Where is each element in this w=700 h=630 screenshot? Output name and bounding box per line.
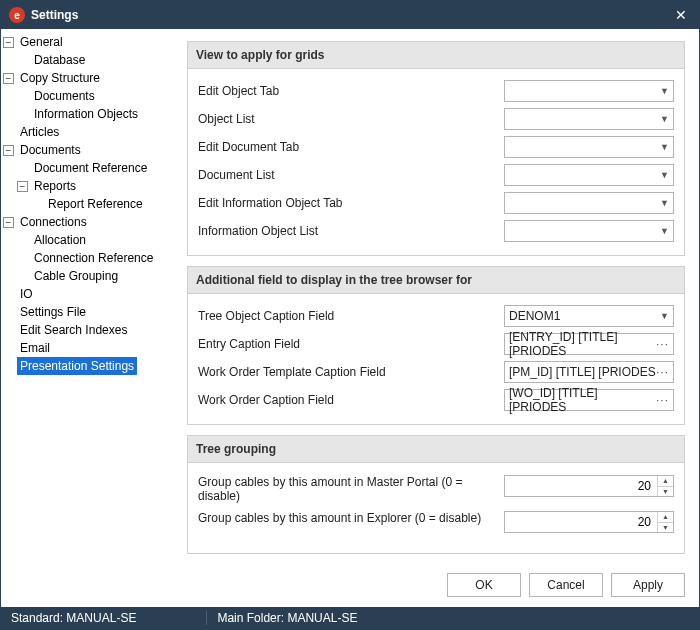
label-group-master-portal: Group cables by this amount in Master Po… bbox=[198, 475, 504, 503]
chevron-down-icon: ▼ bbox=[660, 114, 669, 124]
app-icon: e bbox=[9, 7, 25, 23]
tree-item-report-reference[interactable]: Report Reference bbox=[45, 195, 146, 213]
tree-item-cs-documents[interactable]: Documents bbox=[31, 87, 98, 105]
label-tree-object-caption: Tree Object Caption Field bbox=[198, 309, 504, 323]
label-info-list: Information Object List bbox=[198, 224, 504, 238]
group-tree-grouping: Tree grouping Group cables by this amoun… bbox=[187, 435, 685, 554]
expander-icon[interactable]: − bbox=[17, 181, 28, 192]
label-edit-info-tab: Edit Information Object Tab bbox=[198, 196, 504, 210]
step-up-icon[interactable]: ▲ bbox=[658, 476, 673, 487]
label-document-list: Document List bbox=[198, 168, 504, 182]
tree-item-database[interactable]: Database bbox=[31, 51, 88, 69]
ellipsis-icon[interactable]: ··· bbox=[656, 365, 669, 379]
spinner-group-explorer[interactable]: 20 ▲▼ bbox=[504, 511, 674, 533]
label-edit-object-tab: Edit Object Tab bbox=[198, 84, 504, 98]
combo-document-list[interactable]: ▼ bbox=[504, 164, 674, 186]
tree-item-connections[interactable]: Connections bbox=[17, 213, 90, 231]
chevron-down-icon: ▼ bbox=[660, 86, 669, 96]
tree-item-settings-file[interactable]: Settings File bbox=[17, 303, 89, 321]
settings-window: e Settings ✕ −General Database −Copy Str… bbox=[0, 0, 700, 630]
combo-edit-info-tab[interactable]: ▼ bbox=[504, 192, 674, 214]
ellipsis-icon[interactable]: ··· bbox=[656, 393, 669, 407]
label-entry-caption: Entry Caption Field bbox=[198, 337, 504, 351]
ellipsis-icon[interactable]: ··· bbox=[656, 337, 669, 351]
tree-item-presentation-settings[interactable]: Presentation Settings bbox=[17, 357, 137, 375]
group-additional-field: Additional field to display in the tree … bbox=[187, 266, 685, 425]
input-entry-caption[interactable]: [ENTRY_ID] [TITLE] [PRIODES··· bbox=[504, 333, 674, 355]
combo-edit-document-tab[interactable]: ▼ bbox=[504, 136, 674, 158]
apply-button[interactable]: Apply bbox=[611, 573, 685, 597]
expander-icon[interactable]: − bbox=[3, 217, 14, 228]
step-down-icon[interactable]: ▼ bbox=[658, 523, 673, 533]
tree-item-document-reference[interactable]: Document Reference bbox=[31, 159, 150, 177]
label-group-explorer: Group cables by this amount in Explorer … bbox=[198, 511, 504, 525]
status-standard: Standard: MANUAL-SE bbox=[1, 611, 146, 625]
group-header: Additional field to display in the tree … bbox=[188, 267, 684, 294]
tree-item-connection-reference[interactable]: Connection Reference bbox=[31, 249, 156, 267]
label-wo-template-caption: Work Order Template Caption Field bbox=[198, 365, 504, 379]
cancel-button[interactable]: Cancel bbox=[529, 573, 603, 597]
settings-panel: View to apply for grids Edit Object Tab … bbox=[173, 29, 699, 567]
tree-item-allocation[interactable]: Allocation bbox=[31, 231, 89, 249]
label-wo-caption: Work Order Caption Field bbox=[198, 393, 504, 407]
tree-item-copy-structure[interactable]: Copy Structure bbox=[17, 69, 103, 87]
chevron-down-icon: ▼ bbox=[660, 142, 669, 152]
tree-item-reports[interactable]: Reports bbox=[31, 177, 79, 195]
tree-item-io[interactable]: IO bbox=[17, 285, 36, 303]
dialog-button-bar: OK Cancel Apply bbox=[1, 567, 699, 607]
tree-item-cable-grouping[interactable]: Cable Grouping bbox=[31, 267, 121, 285]
close-icon[interactable]: ✕ bbox=[671, 7, 691, 23]
spinner-group-master-portal[interactable]: 20 ▲▼ bbox=[504, 475, 674, 497]
label-object-list: Object List bbox=[198, 112, 504, 126]
combo-info-list[interactable]: ▼ bbox=[504, 220, 674, 242]
step-up-icon[interactable]: ▲ bbox=[658, 512, 673, 523]
settings-tree: −General Database −Copy Structure Docume… bbox=[1, 29, 173, 567]
group-view-grids: View to apply for grids Edit Object Tab … bbox=[187, 41, 685, 256]
tree-item-general[interactable]: General bbox=[17, 33, 66, 51]
group-header: View to apply for grids bbox=[188, 42, 684, 69]
statusbar: Standard: MANUAL-SE Main Folder: MANUAL-… bbox=[1, 607, 699, 629]
dialog-body: −General Database −Copy Structure Docume… bbox=[1, 29, 699, 567]
tree-item-articles[interactable]: Articles bbox=[17, 123, 62, 141]
window-title: Settings bbox=[31, 8, 671, 22]
label-edit-document-tab: Edit Document Tab bbox=[198, 140, 504, 154]
chevron-down-icon: ▼ bbox=[660, 311, 669, 321]
ok-button[interactable]: OK bbox=[447, 573, 521, 597]
step-down-icon[interactable]: ▼ bbox=[658, 487, 673, 497]
combo-edit-object-tab[interactable]: ▼ bbox=[504, 80, 674, 102]
status-main-folder: Main Folder: MANUAL-SE bbox=[207, 611, 367, 625]
combo-tree-object-caption[interactable]: DENOM1▼ bbox=[504, 305, 674, 327]
tree-item-cs-info-objects[interactable]: Information Objects bbox=[31, 105, 141, 123]
titlebar: e Settings ✕ bbox=[1, 1, 699, 29]
expander-icon[interactable]: − bbox=[3, 73, 14, 84]
chevron-down-icon: ▼ bbox=[660, 198, 669, 208]
chevron-down-icon: ▼ bbox=[660, 170, 669, 180]
group-header: Tree grouping bbox=[188, 436, 684, 463]
input-wo-caption[interactable]: [WO_ID] [TITLE] [PRIODES··· bbox=[504, 389, 674, 411]
tree-item-documents[interactable]: Documents bbox=[17, 141, 84, 159]
expander-icon[interactable]: − bbox=[3, 145, 14, 156]
input-wo-template-caption[interactable]: [PM_ID] [TITLE] [PRIODES··· bbox=[504, 361, 674, 383]
expander-icon[interactable]: − bbox=[3, 37, 14, 48]
chevron-down-icon: ▼ bbox=[660, 226, 669, 236]
tree-item-email[interactable]: Email bbox=[17, 339, 53, 357]
combo-object-list[interactable]: ▼ bbox=[504, 108, 674, 130]
tree-item-edit-search-indexes[interactable]: Edit Search Indexes bbox=[17, 321, 130, 339]
